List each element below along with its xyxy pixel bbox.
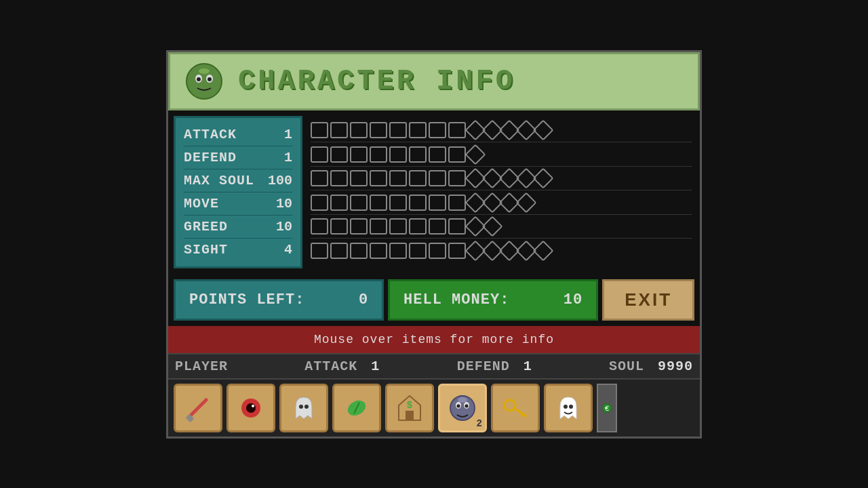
svg-point-5	[199, 68, 210, 74]
upgrade-box[interactable]	[330, 122, 348, 138]
upgrade-row-5	[311, 241, 692, 263]
upgrade-row-0	[311, 121, 692, 142]
hell-money-label: HELL MONEY:	[403, 291, 509, 308]
upgrade-diamond-box[interactable]	[532, 241, 553, 262]
upgrade-box[interactable]	[330, 170, 348, 186]
upgrade-box[interactable]	[370, 195, 387, 211]
upgrade-box[interactable]	[448, 146, 466, 163]
points-left-display: POINTS LEFT: 0	[174, 279, 384, 321]
upgrade-box[interactable]	[330, 195, 348, 211]
svg-rect-16	[406, 411, 414, 420]
scroll-button[interactable]: €	[597, 384, 617, 432]
player-info-bar: PLAYER ATTACK 1 DEFEND 1 SOUL 9990	[168, 353, 700, 378]
upgrade-box[interactable]	[330, 218, 348, 235]
stat-row-max-soul: MAX SOUL 100	[184, 169, 292, 192]
upgrade-box[interactable]	[370, 122, 387, 138]
upgrade-box[interactable]	[429, 122, 446, 138]
attack-label: ATTACK	[304, 359, 357, 374]
upgrade-row-1	[311, 145, 692, 167]
upgrade-box[interactable]	[409, 146, 427, 163]
upgrade-row-2	[311, 169, 692, 190]
upgrade-box[interactable]	[330, 243, 348, 259]
hell-money-value: 10	[564, 291, 583, 308]
upgrade-box[interactable]	[370, 170, 387, 186]
upgrade-box[interactable]	[311, 195, 328, 211]
upgrade-box[interactable]	[389, 122, 407, 138]
svg-point-12	[304, 405, 309, 409]
svg-point-10	[252, 405, 254, 407]
upgrade-box[interactable]	[311, 243, 328, 259]
inventory-item-house-money[interactable]: $	[385, 384, 434, 432]
stat-value: 100	[265, 173, 292, 188]
stat-value: 1	[265, 127, 292, 142]
upgrade-row-3	[311, 193, 692, 215]
upgrade-box[interactable]	[448, 243, 466, 259]
upgrade-diamond-box[interactable]	[465, 144, 486, 165]
status-message: Mouse over items for more info	[314, 333, 554, 346]
upgrade-box[interactable]	[448, 170, 466, 186]
inventory-item-leaf[interactable]	[332, 384, 381, 432]
svg-line-6	[189, 400, 206, 418]
svg-point-21	[457, 404, 460, 407]
upgrade-box[interactable]	[448, 122, 466, 138]
stats-area: ATTACK 1 DEFEND 1 MAX SOUL 100 MOVE 10 G…	[168, 110, 700, 274]
upgrade-box[interactable]	[350, 195, 368, 211]
upgrade-box[interactable]	[311, 218, 328, 235]
stat-row-defend: DEFEND 1	[184, 146, 292, 169]
upgrade-box[interactable]	[429, 243, 446, 259]
upgrade-box[interactable]	[389, 195, 407, 211]
player-label: PLAYER	[175, 359, 228, 374]
upgrade-box[interactable]	[350, 146, 368, 163]
upgrade-box[interactable]	[429, 146, 446, 163]
stat-value: 10	[265, 196, 292, 211]
svg-point-28	[564, 405, 568, 409]
upgrade-box[interactable]	[429, 195, 446, 211]
upgrade-box[interactable]	[389, 170, 407, 186]
svg-text:€: €	[605, 405, 610, 413]
upgrade-box[interactable]	[409, 122, 427, 138]
upgrade-box[interactable]	[350, 243, 368, 259]
inventory-item-face[interactable]: 2	[438, 384, 487, 432]
upgrade-diamond-box[interactable]	[515, 192, 536, 213]
upgrade-diamond-box[interactable]	[481, 216, 502, 237]
upgrade-box[interactable]	[370, 218, 387, 235]
upgrade-box[interactable]	[448, 195, 466, 211]
upgrade-box[interactable]	[370, 146, 387, 163]
upgrade-box[interactable]	[409, 243, 427, 259]
upgrade-box[interactable]	[389, 218, 407, 235]
upgrade-diamond-box[interactable]	[532, 120, 553, 141]
upgrade-box[interactable]	[409, 218, 427, 235]
status-bar: Mouse over items for more info	[168, 326, 700, 353]
inventory-item-eye[interactable]	[226, 384, 275, 432]
upgrade-box[interactable]	[409, 170, 427, 186]
stat-name: MOVE	[184, 196, 219, 211]
upgrade-box[interactable]	[429, 170, 446, 186]
header-bar: CHARACTER INFO	[168, 52, 700, 110]
upgrade-box[interactable]	[350, 122, 368, 138]
upgrade-box[interactable]	[311, 122, 328, 138]
upgrade-box[interactable]	[350, 170, 368, 186]
inventory-item-knife[interactable]	[174, 384, 222, 432]
upgrades-panel	[308, 116, 694, 268]
stat-row-move: MOVE 10	[184, 192, 292, 216]
upgrade-box[interactable]	[330, 146, 348, 163]
upgrade-box[interactable]	[311, 146, 328, 163]
stat-name: MAX SOUL	[184, 173, 254, 188]
upgrade-box[interactable]	[370, 243, 387, 259]
exit-button[interactable]: EXIT	[602, 279, 694, 321]
upgrade-diamond-box[interactable]	[532, 168, 553, 189]
upgrade-box[interactable]	[409, 195, 427, 211]
upgrade-box[interactable]	[311, 170, 328, 186]
inventory-item-key[interactable]	[491, 384, 540, 432]
defend-label: DEFEND	[457, 359, 510, 374]
upgrade-box[interactable]	[429, 218, 446, 235]
inventory-item-ghost-white[interactable]	[544, 384, 593, 432]
inventory-item-ghost-small[interactable]	[279, 384, 328, 432]
attack-value: 1	[371, 359, 380, 374]
upgrade-box[interactable]	[389, 146, 407, 163]
upgrade-box[interactable]	[389, 243, 407, 259]
stat-name: DEFEND	[184, 150, 237, 165]
upgrade-box[interactable]	[448, 218, 466, 235]
stat-value: 1	[265, 150, 292, 165]
upgrade-box[interactable]	[350, 218, 368, 235]
